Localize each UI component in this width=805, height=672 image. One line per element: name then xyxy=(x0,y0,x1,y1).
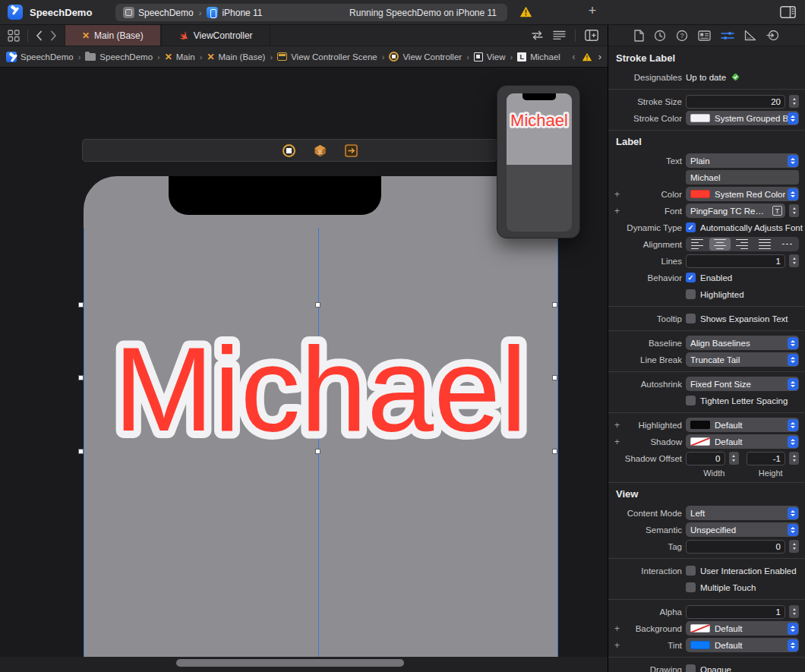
add-editor-button[interactable] xyxy=(585,30,598,41)
scheme-name[interactable]: SpeechDemo xyxy=(138,8,194,18)
breadcrumb-separator: › xyxy=(382,52,385,62)
add-keypath-button[interactable]: + xyxy=(614,206,624,216)
run-destination-name[interactable]: iPhone 11 xyxy=(222,8,262,18)
toolbar: SpeechDemo SpeechDemo › iPhone 11 Runnin… xyxy=(0,0,805,25)
shadow-offset-width-field[interactable]: 0 xyxy=(686,452,725,465)
align-natural-segment[interactable] xyxy=(776,238,798,251)
tag-field[interactable]: 0 xyxy=(686,540,785,554)
align-center-segment[interactable] xyxy=(709,238,731,251)
view-controller-dock-icon[interactable] xyxy=(283,144,295,157)
line-break-popup[interactable]: Truncate Tail xyxy=(686,352,799,367)
go-back-button[interactable] xyxy=(36,30,43,41)
storyboard-icon: ✕ xyxy=(207,52,214,62)
alpha-field[interactable]: 1 xyxy=(686,605,785,619)
lines-stepper[interactable] xyxy=(789,254,799,267)
text-type-popup[interactable]: Plain xyxy=(686,153,799,168)
tab-overview-icon[interactable] xyxy=(8,30,20,42)
connections-inspector-tab[interactable] xyxy=(766,30,779,41)
background-color-popup[interactable]: Default xyxy=(686,621,799,636)
simulator-window[interactable]: Michael xyxy=(497,85,580,238)
issue-back-button[interactable]: ‹ xyxy=(572,51,575,62)
text-color-popup[interactable]: System Red Color xyxy=(686,187,799,201)
selection-handle[interactable] xyxy=(315,449,320,454)
add-keypath-button[interactable]: + xyxy=(614,437,624,447)
breadcrumb-view-controller[interactable]: View Controller xyxy=(389,52,462,62)
tighten-letter-spacing-checkbox[interactable] xyxy=(686,396,696,405)
breadcrumb-storyboard[interactable]: ✕ Main xyxy=(165,52,195,62)
stroke-size-field[interactable]: 20 xyxy=(686,95,785,109)
align-right-segment[interactable] xyxy=(731,238,753,251)
highlighted-color-popup[interactable]: Default xyxy=(686,418,799,432)
label-text-field[interactable]: Michael xyxy=(686,170,799,185)
attributes-inspector-tab-active[interactable] xyxy=(721,30,734,41)
tint-color-popup[interactable]: Default xyxy=(686,638,799,652)
shadow-offset-width-stepper[interactable] xyxy=(729,452,739,465)
exit-segue-icon[interactable] xyxy=(345,144,358,157)
selection-handle[interactable] xyxy=(78,375,84,380)
identity-inspector-tab[interactable] xyxy=(698,30,711,41)
add-keypath-button[interactable]: + xyxy=(614,189,624,200)
breadcrumb-storyboard-base[interactable]: ✕ Main (Base) xyxy=(207,52,265,62)
add-keypath-button[interactable]: + xyxy=(614,420,624,431)
editor-options-icon[interactable] xyxy=(553,30,566,40)
stroke-size-stepper[interactable] xyxy=(789,95,799,108)
baseline-popup[interactable]: Align Baselines xyxy=(686,336,799,350)
semantic-popup[interactable]: Unspecified xyxy=(686,522,799,537)
auto-adjusts-font-checkbox[interactable]: ✓ xyxy=(686,222,696,232)
lines-field[interactable]: 1 xyxy=(686,254,785,268)
alpha-stepper[interactable] xyxy=(789,605,799,618)
selection-handle[interactable] xyxy=(315,302,320,308)
user-interaction-checkbox[interactable] xyxy=(686,566,696,576)
scheme-and-status-bar[interactable]: SpeechDemo › iPhone 11 Running SpeechDem… xyxy=(115,4,507,21)
selection-handle[interactable] xyxy=(78,449,84,454)
align-justified-segment[interactable] xyxy=(754,238,776,251)
shadow-offset-height-field[interactable]: -1 xyxy=(747,452,786,465)
storyboard-canvas[interactable]: ⌘ Michael Michael xyxy=(0,68,608,672)
highlighted-checkbox[interactable] xyxy=(686,289,696,299)
scene-icon xyxy=(277,52,287,61)
go-forward-button[interactable] xyxy=(50,30,57,41)
selection-handle[interactable] xyxy=(552,449,557,454)
font-picker-icon[interactable]: T xyxy=(772,206,782,216)
breadcrumb-group[interactable]: SpeechDemo xyxy=(85,52,153,62)
quick-help-inspector-tab[interactable]: ? xyxy=(676,30,688,42)
multiple-touch-checkbox[interactable] xyxy=(686,582,696,592)
font-field[interactable]: PingFang TC Regular 1… T xyxy=(686,203,785,218)
selection-handle[interactable] xyxy=(552,302,557,308)
shadow-offset-height-stepper[interactable] xyxy=(789,452,799,465)
tab-viewcontroller[interactable]: ViewController xyxy=(161,25,270,46)
size-inspector-tab[interactable] xyxy=(744,30,756,41)
issue-forward-button[interactable]: › xyxy=(598,51,601,62)
baseline-label: Baseline xyxy=(649,339,682,348)
add-keypath-button[interactable]: + xyxy=(614,640,624,651)
add-tab-button[interactable]: + xyxy=(583,3,601,19)
align-left-segment[interactable] xyxy=(687,238,709,251)
file-inspector-tab[interactable] xyxy=(634,30,644,42)
add-keypath-button[interactable]: + xyxy=(614,623,624,634)
content-mode-popup[interactable]: Left xyxy=(686,506,799,520)
tag-stepper[interactable] xyxy=(789,540,799,553)
michael-label[interactable]: Michael xyxy=(84,308,558,452)
opaque-checkbox[interactable] xyxy=(686,664,696,672)
breadcrumb-scene[interactable]: View Controller Scene xyxy=(277,52,377,62)
selection-handle[interactable] xyxy=(552,375,557,380)
font-size-stepper[interactable] xyxy=(789,204,799,217)
tab-main-storyboard[interactable]: ✕ Main (Base) xyxy=(65,25,161,46)
shadow-color-popup[interactable]: Default xyxy=(686,434,799,449)
breadcrumb-project[interactable]: SpeechDemo xyxy=(6,52,74,62)
warning-icon[interactable] xyxy=(519,6,532,17)
first-responder-icon[interactable]: ⌘ xyxy=(314,144,327,157)
enabled-checkbox[interactable]: ✓ xyxy=(686,273,696,282)
history-inspector-tab[interactable] xyxy=(654,30,666,42)
selection-handle[interactable] xyxy=(78,302,84,308)
adjust-editor-options-icon[interactable] xyxy=(531,30,544,40)
stroke-color-popup[interactable]: System Grouped Ba… xyxy=(686,111,799,125)
horizontal-scrollbar[interactable] xyxy=(176,659,404,667)
shows-expansion-text-checkbox[interactable] xyxy=(686,314,696,323)
autoshrink-popup[interactable]: Fixed Font Size xyxy=(686,377,799,391)
toggle-right-sidebar-button[interactable] xyxy=(780,6,796,18)
warning-icon[interactable] xyxy=(582,52,592,62)
breadcrumb-view[interactable]: View xyxy=(474,52,506,62)
breadcrumb-label-michael[interactable]: L Michael xyxy=(517,52,560,62)
run-destination-icon xyxy=(207,7,218,18)
